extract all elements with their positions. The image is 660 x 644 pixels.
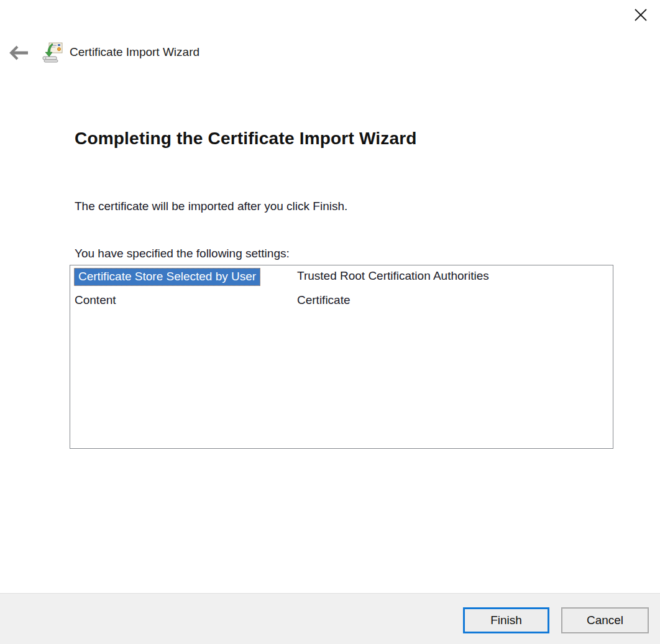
wizard-header: Certificate Import Wizard xyxy=(0,40,660,67)
back-button[interactable] xyxy=(6,42,32,65)
setting-value: Certificate xyxy=(297,293,351,307)
setting-name-selected[interactable]: Certificate Store Selected by User xyxy=(74,268,260,286)
cancel-button[interactable]: Cancel xyxy=(561,607,649,633)
back-arrow-icon xyxy=(8,45,30,63)
wizard-footer: Finish Cancel xyxy=(0,593,660,644)
page-heading: Completing the Certificate Import Wizard xyxy=(75,129,417,149)
certificate-import-icon xyxy=(42,42,64,64)
close-button[interactable] xyxy=(626,2,655,29)
settings-row-content[interactable]: Content Certificate xyxy=(70,290,613,311)
certificate-import-wizard-dialog: Certificate Import Wizard Completing the… xyxy=(0,0,660,644)
intro-text: The certificate will be imported after y… xyxy=(75,200,347,213)
settings-row-store[interactable]: Certificate Store Selected by User Trust… xyxy=(70,268,613,290)
close-icon xyxy=(633,7,648,24)
window-title: Certificate Import Wizard xyxy=(70,45,199,59)
finish-button[interactable]: Finish xyxy=(463,607,549,633)
setting-value: Trusted Root Certification Authorities xyxy=(297,269,489,283)
setting-name[interactable]: Content xyxy=(75,293,116,307)
settings-listbox[interactable]: Certificate Store Selected by User Trust… xyxy=(70,265,613,449)
settings-label: You have specified the following setting… xyxy=(75,247,290,260)
